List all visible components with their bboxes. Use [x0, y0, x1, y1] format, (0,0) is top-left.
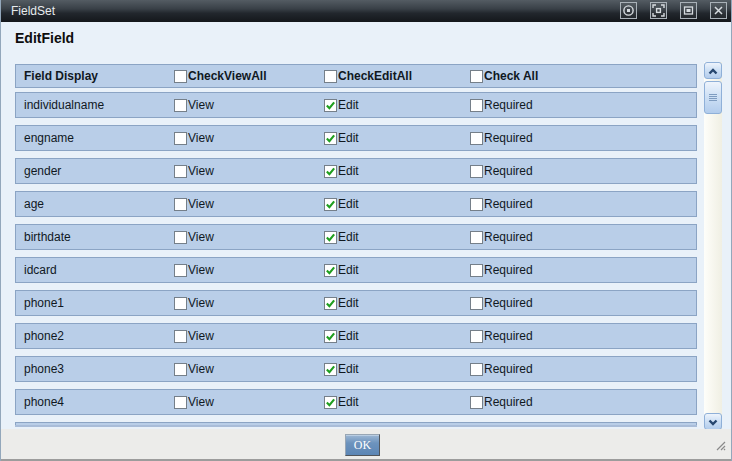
table-row: phone3 View Edit Required — [15, 356, 697, 382]
table-row: individualname View Edit Required — [15, 92, 697, 118]
shade-icon — [622, 4, 635, 17]
required-checkbox[interactable] — [470, 99, 483, 112]
table-row: age View Edit Required — [15, 191, 697, 217]
required-label: Required — [484, 131, 533, 145]
table-row: idcard View Edit Required — [15, 257, 697, 283]
resize-grip-icon[interactable] — [715, 437, 726, 455]
table-row: phone1 View Edit Required — [15, 290, 697, 316]
view-checkbox[interactable] — [174, 198, 187, 211]
view-label: View — [188, 395, 214, 409]
view-label: View — [188, 131, 214, 145]
edit-checkbox[interactable] — [324, 132, 337, 145]
view-checkbox[interactable] — [174, 264, 187, 277]
close-button[interactable] — [710, 2, 727, 19]
chevron-up-icon — [707, 62, 719, 80]
field-name: engname — [24, 131, 74, 145]
field-name: age — [24, 197, 44, 211]
table-row: phone4 View Edit Required — [15, 389, 697, 415]
required-label: Required — [484, 362, 533, 376]
edit-label: Edit — [338, 131, 359, 145]
window-controls — [620, 2, 727, 19]
view-label: View — [188, 263, 214, 277]
view-checkbox[interactable] — [174, 396, 187, 409]
field-name: birthdate — [24, 230, 71, 244]
required-label: Required — [484, 197, 533, 211]
check-edit-all-label: CheckEditAll — [338, 69, 412, 83]
edit-label: Edit — [338, 329, 359, 343]
shade-button[interactable] — [620, 2, 637, 19]
table-row: phone2 View Edit Required — [15, 323, 697, 349]
view-checkbox[interactable] — [174, 165, 187, 178]
view-label: View — [188, 164, 214, 178]
view-label: View — [188, 197, 214, 211]
view-checkbox[interactable] — [174, 363, 187, 376]
check-view-all-label: CheckViewAll — [188, 69, 266, 83]
field-name: phone2 — [24, 329, 64, 343]
vertical-scrollbar[interactable] — [704, 62, 722, 430]
required-checkbox[interactable] — [470, 363, 483, 376]
edit-checkbox[interactable] — [324, 396, 337, 409]
edit-label: Edit — [338, 230, 359, 244]
required-label: Required — [484, 263, 533, 277]
page-title: EditField — [15, 30, 74, 46]
window-title: FieldSet — [1, 0, 55, 22]
ok-button[interactable]: OK — [345, 434, 380, 456]
required-checkbox[interactable] — [470, 165, 483, 178]
view-checkbox[interactable] — [174, 330, 187, 343]
edit-checkbox[interactable] — [324, 363, 337, 376]
table-row: gender View Edit Required — [15, 158, 697, 184]
restore-button[interactable] — [680, 2, 697, 19]
view-label: View — [188, 329, 214, 343]
required-label: Required — [484, 296, 533, 310]
required-label: Required — [484, 230, 533, 244]
required-checkbox[interactable] — [470, 396, 483, 409]
check-edit-all-checkbox[interactable] — [324, 70, 337, 83]
required-checkbox[interactable] — [470, 330, 483, 343]
table-header-row: Field Display CheckViewAll CheckEditAll … — [15, 64, 697, 88]
required-checkbox[interactable] — [470, 297, 483, 310]
view-label: View — [188, 230, 214, 244]
required-label: Required — [484, 395, 533, 409]
table-row-clipped — [15, 422, 697, 427]
edit-checkbox[interactable] — [324, 99, 337, 112]
field-name: gender — [24, 164, 61, 178]
edit-label: Edit — [338, 197, 359, 211]
close-icon — [712, 4, 725, 17]
check-view-all-checkbox[interactable] — [174, 70, 187, 83]
view-checkbox[interactable] — [174, 132, 187, 145]
required-checkbox[interactable] — [470, 198, 483, 211]
edit-label: Edit — [338, 395, 359, 409]
maximize-button[interactable] — [650, 2, 667, 19]
edit-checkbox[interactable] — [324, 198, 337, 211]
required-checkbox[interactable] — [470, 132, 483, 145]
field-name: phone4 — [24, 395, 64, 409]
edit-label: Edit — [338, 164, 359, 178]
required-checkbox[interactable] — [470, 264, 483, 277]
check-all-checkbox[interactable] — [470, 70, 483, 83]
chevron-down-icon — [707, 413, 719, 431]
edit-label: Edit — [338, 98, 359, 112]
edit-checkbox[interactable] — [324, 165, 337, 178]
edit-checkbox[interactable] — [324, 264, 337, 277]
check-all-label: Check All — [484, 69, 538, 83]
edit-label: Edit — [338, 362, 359, 376]
restore-icon — [682, 4, 695, 17]
scrollbar-thumb[interactable] — [704, 81, 722, 114]
field-table-viewport: Field Display CheckViewAll CheckEditAll … — [15, 64, 697, 427]
field-display-header: Field Display — [24, 69, 98, 83]
scroll-down-button[interactable] — [704, 413, 722, 430]
required-label: Required — [484, 329, 533, 343]
field-name: idcard — [24, 263, 57, 277]
fieldset-dialog: FieldSet — [0, 0, 732, 461]
edit-checkbox[interactable] — [324, 330, 337, 343]
view-label: View — [188, 362, 214, 376]
required-label: Required — [484, 98, 533, 112]
view-checkbox[interactable] — [174, 297, 187, 310]
view-checkbox[interactable] — [174, 231, 187, 244]
edit-checkbox[interactable] — [324, 231, 337, 244]
edit-checkbox[interactable] — [324, 297, 337, 310]
table-rows: individualname View Edit Required engnam… — [15, 92, 697, 415]
required-checkbox[interactable] — [470, 231, 483, 244]
scroll-up-button[interactable] — [704, 62, 722, 79]
view-checkbox[interactable] — [174, 99, 187, 112]
